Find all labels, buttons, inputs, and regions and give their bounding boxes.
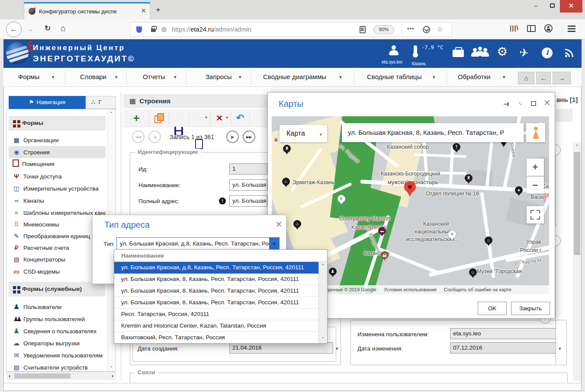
- forward-button[interactable]: →: [26, 25, 34, 34]
- pin-dialog-icon[interactable]: [504, 102, 510, 106]
- zoom-out-button[interactable]: −: [527, 176, 544, 194]
- tree-group-forms[interactable]: Формы: [9, 116, 106, 131]
- home-button[interactable]: ⌂: [61, 23, 66, 33]
- send-plane-icon[interactable]: ✈: [518, 46, 530, 61]
- full-address-field[interactable]: ул. Большая: [229, 195, 267, 207]
- sidebar-item-concentrators[interactable]: ▤Концентраторы: [9, 253, 106, 265]
- tab-navigation[interactable]: ⚑Навигация: [9, 96, 86, 109]
- sidebar-toggle-icon[interactable]: [527, 25, 536, 32]
- reader-mode-icon[interactable]: [360, 26, 366, 33]
- list-option[interactable]: ул. Большая Красная, 8, Казань, Респ. Та…: [114, 297, 319, 309]
- select-dropdown-button[interactable]: ▼: [269, 238, 279, 250]
- map-type-button[interactable]: Карта▾: [280, 125, 327, 142]
- tree-group-service-forms[interactable]: Формы (служебные): [9, 282, 106, 296]
- tab-kazan[interactable]: ань [1]: [556, 96, 578, 103]
- sidebar-item-notifications[interactable]: ✉Уведомления пользователям: [9, 349, 106, 361]
- museum-marker-icon[interactable]: [469, 268, 477, 276]
- browser-tab[interactable]: Конфигуратор системы диспе ✕: [24, 2, 150, 19]
- window-maximize-button[interactable]: [544, 0, 560, 13]
- sidebar-item-user-groups[interactable]: ♟♟Группы пользователей: [9, 313, 106, 325]
- ok-button[interactable]: OK: [478, 302, 507, 315]
- close-button[interactable]: Закрыть: [511, 302, 550, 315]
- app-home-button[interactable]: ⌂: [518, 72, 534, 84]
- add-record-button[interactable]: +: [130, 112, 143, 124]
- last-record-button[interactable]: ▸▸: [243, 131, 255, 143]
- new-tab-button[interactable]: +: [156, 5, 161, 15]
- scroll-down-icon[interactable]: ⌄: [321, 335, 325, 339]
- menu-hamburger-icon[interactable]: [568, 25, 575, 27]
- scroll-up-icon[interactable]: ⌃: [109, 111, 113, 116]
- back-button[interactable]: ←: [6, 22, 22, 37]
- list-option[interactable]: Kremlin and Historical Center, Kazan, Ta…: [114, 320, 319, 332]
- scroll-left-icon[interactable]: ‹: [9, 373, 10, 379]
- menu-pivot-charts[interactable]: Сводные диаграммы: [263, 73, 326, 80]
- monastery-marker-icon[interactable]: [465, 174, 472, 182]
- school-marker-icon[interactable]: [500, 141, 507, 150]
- sidebar-item-access-points[interactable]: ΨТочки доступа: [9, 170, 106, 182]
- pocket-icon[interactable]: [423, 26, 430, 33]
- site-location-icon[interactable]: ◎: [161, 25, 167, 32]
- sidebar-item-upload-operators[interactable]: ☁Операторы выгрузки: [9, 337, 106, 349]
- sidebar-item-mnemonics[interactable]: ⠿Мнемосхемы: [9, 218, 106, 230]
- scroll-down-icon[interactable]: ⌄: [109, 363, 113, 368]
- chevron-down-icon[interactable]: ▾: [559, 346, 561, 351]
- menu-dictionaries[interactable]: Словари: [80, 73, 106, 80]
- bookmark-star-icon[interactable]: ☆: [437, 25, 443, 34]
- undo-button[interactable]: ↶: [234, 112, 247, 124]
- date-modified-field[interactable]: 07.12.2016: [450, 342, 556, 354]
- menu-pivot-tables[interactable]: Сводные таблицы: [367, 73, 421, 80]
- tracking-shield-icon[interactable]: [136, 26, 142, 33]
- name-field[interactable]: ул. Большая: [229, 179, 267, 191]
- id-field[interactable]: 1: [229, 163, 267, 175]
- scrollbar-thumb[interactable]: [14, 373, 71, 379]
- zoom-in-button[interactable]: +: [527, 159, 544, 176]
- terms-link[interactable]: Условия использования: [384, 287, 437, 292]
- scroll-up-icon[interactable]: ⌃: [321, 263, 325, 268]
- sidebar-item-buildings[interactable]: ◉Строения: [9, 146, 106, 158]
- sidebar-item-users[interactable]: ♟Пользователи: [9, 301, 106, 313]
- sidebar-horizontal-scrollbar[interactable]: ‹ ›: [6, 372, 116, 380]
- window-close-button[interactable]: ✕: [560, 0, 582, 13]
- page-actions-icon[interactable]: •••: [407, 25, 415, 32]
- sidebar-item-rooms[interactable]: Помещения: [9, 158, 106, 170]
- sidebar-item-organizations[interactable]: ▦Организации: [9, 134, 106, 146]
- transit-station-icon[interactable]: [338, 195, 345, 203]
- url-text[interactable]: https://eta24.ru/admin/admin: [172, 26, 251, 33]
- hermitage-museum-marker-icon[interactable]: [282, 178, 290, 185]
- first-record-button[interactable]: ◂◂: [132, 131, 145, 143]
- date-created-field[interactable]: 21.04.2016: [229, 342, 333, 354]
- sidebar-item-accounts[interactable]: ₽Расчетные счета: [9, 242, 106, 254]
- hotel-marker-icon[interactable]: [378, 227, 386, 235]
- menu-queries[interactable]: Запросы: [206, 73, 232, 80]
- previous-record-button[interactable]: ◂: [148, 131, 161, 143]
- collapse-dialog-icon[interactable]: ↔: [516, 98, 525, 107]
- report-error-link[interactable]: Сообщить об ошибке на карте: [444, 287, 511, 292]
- scroll-right-icon[interactable]: ›: [112, 373, 113, 379]
- cathedral-marker-icon[interactable]: [453, 143, 460, 151]
- maximize-dialog-icon[interactable]: [531, 101, 536, 106]
- main-vertical-scrollbar[interactable]: ⌃: [573, 143, 581, 381]
- menu-processing[interactable]: Обработки: [458, 73, 490, 80]
- settings-gear-icon[interactable]: ⚙: [497, 46, 508, 58]
- info-icon[interactable]: [542, 48, 553, 58]
- list-option[interactable]: ул. Большая Красная, 8, Казань, Респ. Та…: [114, 285, 319, 297]
- list-option[interactable]: ул. Большая Красная, д.8, Казань, Респ. …: [114, 262, 319, 274]
- sidebar-item-channel-templates[interactable]: ≈Шаблоны измерительных кана: [9, 207, 106, 219]
- police-marker-icon[interactable]: [515, 186, 523, 194]
- next-record-button[interactable]: ▸: [226, 131, 239, 143]
- sidebar-item-measuring-devices[interactable]: ◫Измерительные устройства: [9, 182, 106, 194]
- poi-marker-icon[interactable]: [329, 268, 337, 275]
- tab-close-icon[interactable]: ✕: [141, 7, 146, 15]
- user-profile-icon[interactable]: [389, 45, 399, 56]
- modified-by-field[interactable]: eta.sys.leo: [450, 328, 556, 339]
- list-option[interactable]: Респ. Татарстан, Россия, 420111: [114, 309, 319, 320]
- fullscreen-button[interactable]: [527, 206, 544, 223]
- app-back-button[interactable]: ←: [536, 72, 551, 84]
- list-scrollbar[interactable]: ⌃ ⌄: [318, 262, 327, 343]
- url-bar[interactable]: ◎ https://eta24.ru/admin/admin 90% ••• ☆: [130, 22, 452, 37]
- account-icon[interactable]: [544, 24, 553, 32]
- address-type-select[interactable]: ул. Большая Красная, д.8, Казань, Респ. …: [116, 237, 280, 250]
- scrollbar-thumb[interactable]: [574, 152, 580, 255]
- tab-graph[interactable]: ∴Г: [87, 96, 116, 109]
- transit-station-icon[interactable]: [448, 230, 456, 238]
